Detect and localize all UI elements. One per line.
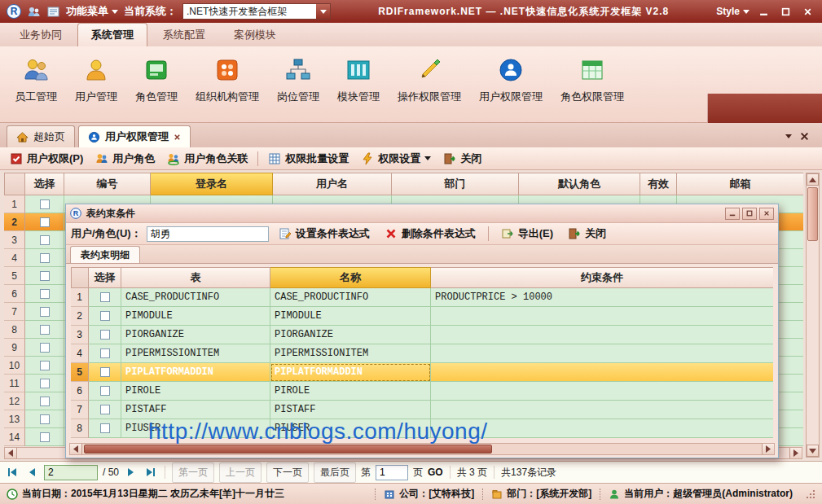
row-select-cell[interactable] — [89, 401, 121, 419]
row-select-cell[interactable] — [89, 419, 121, 438]
checkbox[interactable] — [100, 348, 110, 358]
checkbox[interactable] — [100, 367, 110, 377]
column-header-name[interactable]: 名称 — [270, 267, 431, 288]
checkbox[interactable] — [40, 235, 50, 245]
next-page-icon[interactable] — [124, 465, 138, 480]
checkbox[interactable] — [40, 289, 50, 299]
scroll-down-icon[interactable] — [807, 445, 819, 457]
dialog-maximize-button[interactable] — [742, 208, 757, 220]
combobox-dropdown-button[interactable] — [316, 4, 330, 19]
row-select-cell[interactable] — [89, 288, 121, 307]
row-select-cell[interactable] — [25, 213, 64, 231]
checkbox[interactable] — [40, 217, 50, 227]
checkbox[interactable] — [40, 361, 50, 370]
tab-system-management[interactable]: 系统管理 — [77, 23, 147, 46]
minimize-button[interactable] — [755, 4, 771, 19]
goto-page-input[interactable] — [376, 465, 408, 480]
table-row[interactable]: 6 PIROLE PIROLE — [71, 382, 773, 401]
checkbox[interactable] — [100, 311, 110, 321]
checkbox[interactable] — [40, 271, 50, 281]
maximize-button[interactable] — [777, 4, 793, 19]
tab-close-icon[interactable] — [174, 134, 181, 141]
column-header-valid[interactable]: 有效 — [640, 173, 677, 195]
column-header-code[interactable]: 编号 — [64, 173, 151, 195]
ribbon-item-operation-permission[interactable]: 操作权限管理 — [389, 52, 469, 108]
prev-page-button[interactable]: 上一页 — [219, 462, 262, 483]
checkbox[interactable] — [100, 330, 110, 340]
ribbon-item-position-manage[interactable]: 岗位管理 — [269, 52, 327, 108]
row-select-cell[interactable] — [25, 428, 64, 446]
set-expression-button[interactable]: 设置条件表达式 — [274, 224, 375, 243]
doc-tab-user-permission[interactable]: 用户权限管理 — [78, 125, 191, 147]
checkbox[interactable] — [40, 343, 50, 353]
tab-case-module[interactable]: 案例模块 — [221, 24, 289, 46]
delete-expression-button[interactable]: 删除条件表达式 — [380, 224, 481, 243]
row-select-cell[interactable] — [25, 303, 64, 321]
checkbox[interactable] — [40, 432, 50, 442]
table-row[interactable]: 3 PIORGANIZE PIORGANIZE — [71, 326, 773, 344]
menu-list-icon[interactable] — [46, 5, 60, 19]
close-document-icon[interactable] — [800, 132, 809, 141]
scroll-up-icon[interactable] — [807, 173, 819, 186]
close-button[interactable] — [799, 4, 815, 19]
scrollbar-thumb[interactable] — [807, 187, 818, 241]
row-select-cell[interactable] — [89, 307, 121, 326]
user-role-button[interactable]: 用户角色 — [90, 149, 160, 169]
column-header-table[interactable]: 表 — [121, 267, 270, 288]
dialog-minimize-button[interactable] — [725, 208, 740, 220]
tab-system-configuration[interactable]: 系统配置 — [150, 24, 218, 46]
checkbox[interactable] — [100, 423, 110, 433]
go-button[interactable]: GO — [428, 467, 443, 478]
ribbon-item-staff-manage[interactable]: 员工管理 — [7, 52, 65, 108]
row-select-cell[interactable] — [25, 357, 64, 375]
checkbox[interactable] — [40, 199, 50, 209]
ribbon-item-organization-manage[interactable]: 组织机构管理 — [187, 52, 267, 108]
checkbox[interactable] — [40, 307, 50, 317]
row-select-cell[interactable] — [25, 321, 64, 339]
checkbox[interactable] — [40, 253, 50, 263]
dialog-horizontal-scrollbar[interactable] — [69, 443, 775, 455]
table-row[interactable]: 2 PIMODULE PIMODULE — [71, 307, 773, 326]
function-menu-button[interactable]: 功能菜单 — [66, 4, 118, 19]
column-header-constraint[interactable]: 约束条件 — [431, 267, 773, 288]
row-select-cell[interactable] — [25, 285, 64, 303]
style-menu-button[interactable]: Style — [716, 6, 749, 17]
row-select-cell[interactable] — [89, 363, 121, 382]
scroll-right-icon[interactable] — [762, 444, 774, 454]
ribbon-item-user-permission[interactable]: 用户权限管理 — [471, 52, 551, 108]
export-button[interactable]: 导出(E) — [496, 224, 558, 243]
column-header-default-role[interactable]: 默认角色 — [519, 173, 640, 195]
ribbon-item-role-manage[interactable]: 角色管理 — [127, 52, 186, 108]
column-header-select[interactable]: 选择 — [89, 267, 121, 288]
scroll-right-icon[interactable] — [789, 448, 802, 458]
column-header-email[interactable]: 邮箱 — [677, 173, 803, 195]
last-page-button[interactable]: 最后页 — [314, 462, 356, 483]
table-row[interactable]: 5 PIPLATFORMADDIN PIPLATFORMADDIN — [71, 363, 773, 382]
tab-constraint-detail[interactable]: 表约束明细 — [70, 246, 140, 263]
row-select-cell[interactable] — [25, 392, 64, 410]
next-page-button[interactable]: 下一页 — [266, 462, 309, 483]
row-select-cell[interactable] — [25, 195, 64, 213]
column-header-department[interactable]: 部门 — [392, 173, 519, 195]
row-select-cell[interactable] — [89, 382, 121, 401]
checkbox[interactable] — [40, 325, 50, 335]
dialog-close-toolbar-button[interactable]: 关闭 — [563, 224, 611, 243]
row-select-cell[interactable] — [25, 339, 64, 357]
checkbox[interactable] — [100, 405, 110, 414]
resize-grip-icon[interactable] — [806, 489, 815, 499]
ribbon-item-user-manage[interactable]: 用户管理 — [67, 52, 125, 108]
row-select-cell[interactable] — [25, 231, 64, 249]
first-page-icon[interactable] — [5, 465, 20, 480]
row-select-cell[interactable] — [25, 410, 64, 428]
row-select-cell[interactable] — [89, 326, 121, 344]
user-permission-button[interactable]: 用户权限(P) — [5, 149, 88, 169]
table-row[interactable]: 4 PIPERMISSIONITEM PIPERMISSIONITEM — [71, 344, 773, 363]
ribbon-item-module-manage[interactable]: 模块管理 — [329, 52, 388, 108]
current-system-combobox[interactable]: .NET快速开发整合框架 — [182, 3, 331, 20]
close-module-button[interactable]: 关闭 — [438, 149, 486, 169]
column-header-select[interactable]: 选择 — [25, 173, 64, 195]
user-role-input[interactable] — [147, 226, 269, 242]
tab-list-dropdown-icon[interactable] — [785, 134, 792, 138]
row-select-cell[interactable] — [25, 249, 64, 267]
dialog-close-button[interactable] — [759, 208, 774, 220]
